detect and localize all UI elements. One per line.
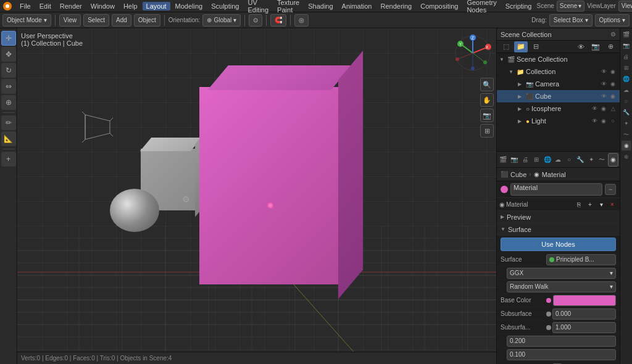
strip-icon-material[interactable]: ◉ bbox=[622, 141, 631, 151]
scene-icon-collection[interactable]: 📁 bbox=[514, 41, 528, 52]
viewport-3d[interactable]: ⚙ User Perspective (1) Collection | Cube… bbox=[17, 28, 496, 364]
transform-tool[interactable]: ⊕ bbox=[1, 95, 16, 110]
light-eye-icon[interactable]: 👁 bbox=[590, 117, 599, 125]
rotate-tool[interactable]: ↻ bbox=[1, 63, 16, 78]
outline-cube[interactable]: ▶ ⬛ Cube 👁 ◉ bbox=[497, 90, 620, 102]
workspace-sculpting[interactable]: Sculpting bbox=[207, 2, 243, 10]
use-nodes-button[interactable]: Use Nodes bbox=[501, 238, 616, 251]
tab-particles[interactable]: ✦ bbox=[586, 153, 596, 167]
cube-render-icon[interactable]: ◉ bbox=[609, 92, 617, 101]
measure-tool[interactable]: 📐 bbox=[1, 131, 16, 146]
workspace-texture-paint[interactable]: Texture Paint bbox=[273, 0, 303, 14]
workspace-geo-nodes[interactable]: Geometry Nodes bbox=[463, 0, 500, 14]
light-extra-icon[interactable]: ○ bbox=[609, 117, 617, 125]
strip-icon-8[interactable]: 🔧 bbox=[622, 107, 631, 117]
ico-render-icon[interactable]: ◉ bbox=[599, 104, 608, 113]
strip-icon-3[interactable]: 🖨 bbox=[622, 52, 631, 62]
tab-output[interactable]: 🖨 bbox=[520, 153, 531, 167]
strip-icon-11[interactable]: ⊕ bbox=[622, 152, 631, 162]
workspace-scripting[interactable]: Scripting bbox=[502, 2, 536, 10]
workspace-modeling[interactable]: Modeling bbox=[172, 2, 207, 10]
proportional-btn[interactable]: ◎ bbox=[294, 14, 309, 27]
tab-scene2[interactable]: 🌐 bbox=[542, 153, 552, 167]
tab-physics[interactable]: 〜 bbox=[597, 153, 607, 167]
scene-icon-exclude[interactable]: ⊕ bbox=[604, 41, 617, 52]
workspace-animation[interactable]: Animation bbox=[338, 2, 376, 10]
options-btn[interactable]: Options ▾ bbox=[595, 14, 630, 27]
surface-section-header[interactable]: ▼ Surface bbox=[497, 223, 620, 236]
add-menu[interactable]: Add bbox=[112, 14, 131, 27]
drag-selector[interactable]: Select Box ▾ bbox=[549, 14, 592, 27]
subsurf-val-2[interactable]: 0.200 bbox=[507, 336, 616, 347]
outline-camera[interactable]: ▶ 📷 Camera 👁 ◉ bbox=[497, 78, 620, 90]
outline-scene-collection[interactable]: ▼ 🎬 Scene Collection bbox=[497, 53, 620, 65]
ico-eye-icon[interactable]: 👁 bbox=[590, 104, 599, 113]
grid-viewport-icon[interactable]: ⊞ bbox=[480, 124, 494, 138]
menu-file[interactable]: File bbox=[16, 2, 35, 10]
material-delete-btn[interactable]: × bbox=[607, 199, 617, 209]
outline-collection[interactable]: ▼ 📁 Collection 👁 ◉ bbox=[497, 65, 620, 78]
strip-icon-7[interactable]: ○ bbox=[622, 96, 631, 106]
strip-icon-1[interactable]: 🎬 bbox=[622, 30, 631, 39]
add-tool[interactable]: + bbox=[1, 152, 16, 167]
random-walk-dropdown[interactable]: Random Walk ▾ bbox=[507, 281, 616, 292]
camera-viewport-icon[interactable]: 📷 bbox=[480, 109, 494, 122]
view-menu[interactable]: View bbox=[59, 14, 81, 27]
orientation-selector[interactable]: ⊕ Global ▾ bbox=[202, 14, 241, 27]
viewlayer-selector[interactable]: ViewLayer▾ bbox=[618, 1, 632, 12]
annotate-tool[interactable]: ✏ bbox=[1, 115, 16, 130]
workspace-shading[interactable]: Shading bbox=[304, 2, 336, 10]
material-remove-btn[interactable]: − bbox=[605, 184, 616, 195]
preview-section-header[interactable]: ▶ Preview bbox=[497, 211, 620, 223]
outliner-filter-icon[interactable]: ⚙ bbox=[610, 31, 616, 38]
tab-view-layer[interactable]: ⊞ bbox=[531, 153, 541, 167]
snap-btn[interactable]: 🧲 bbox=[270, 14, 286, 27]
collection-render-icon[interactable]: ◉ bbox=[609, 67, 617, 76]
menu-render[interactable]: Render bbox=[56, 2, 86, 10]
material-new-btn[interactable]: + bbox=[585, 199, 595, 209]
menu-edit[interactable]: Edit bbox=[36, 2, 55, 10]
strip-icon-10[interactable]: 〜 bbox=[622, 130, 631, 139]
strip-icon-4[interactable]: ⊞ bbox=[622, 63, 631, 73]
select-menu[interactable]: Select bbox=[83, 14, 109, 27]
workspace-rendering[interactable]: Rendering bbox=[376, 2, 415, 10]
material-copy-btn[interactable]: ⎘ bbox=[574, 199, 584, 209]
material-name-field[interactable]: Material bbox=[510, 183, 602, 196]
move-tool[interactable]: ✥ bbox=[1, 47, 16, 62]
cursor-tool[interactable]: ✛ bbox=[1, 31, 16, 46]
scene-icon-render[interactable]: 📷 bbox=[589, 41, 602, 52]
strip-icon-9[interactable]: ✦ bbox=[622, 118, 631, 128]
tab-world[interactable]: ☁ bbox=[553, 153, 563, 167]
subsurf-val-3[interactable]: 0.100 bbox=[507, 349, 616, 360]
tab-material[interactable]: ◉ bbox=[608, 153, 618, 167]
scene-icon-filter[interactable]: ⊟ bbox=[529, 41, 543, 52]
material-menu-btn[interactable]: ▾ bbox=[596, 199, 606, 209]
strip-icon-2[interactable]: 📷 bbox=[622, 41, 631, 51]
collection-eye-icon[interactable]: 👁 bbox=[599, 67, 608, 76]
tab-scene[interactable]: 🎬 bbox=[498, 153, 509, 167]
pink-cube-object[interactable] bbox=[199, 87, 341, 284]
tab-object[interactable]: ○ bbox=[564, 153, 575, 167]
navigation-gizmo[interactable]: X Y Z bbox=[454, 35, 491, 72]
strip-icon-6[interactable]: ☁ bbox=[622, 85, 631, 95]
menu-window[interactable]: Window bbox=[87, 2, 118, 10]
camera-render-icon[interactable]: ◉ bbox=[609, 80, 617, 88]
workspace-compositing[interactable]: Compositing bbox=[417, 2, 462, 10]
icosphere-object[interactable] bbox=[110, 189, 159, 232]
ico-extra-icon[interactable]: △ bbox=[609, 104, 617, 113]
camera-eye-icon[interactable]: 👁 bbox=[599, 80, 608, 88]
object-menu[interactable]: Object bbox=[134, 14, 160, 27]
mode-selector[interactable]: Object Mode ▾ bbox=[2, 14, 51, 27]
subsurface-value[interactable]: 0.000 bbox=[552, 308, 616, 320]
scene-icon-object[interactable]: ⬚ bbox=[499, 41, 513, 52]
strip-icon-5[interactable]: 🌐 bbox=[622, 74, 631, 84]
base-color-picker[interactable] bbox=[553, 295, 616, 306]
scene-selector[interactable]: Scene▾ bbox=[557, 1, 584, 12]
outline-icosphere[interactable]: ▶ ○ Icosphere 👁 ◉ △ bbox=[497, 102, 620, 115]
hand-viewport-icon[interactable]: ✋ bbox=[480, 93, 494, 107]
light-render-icon[interactable]: ◉ bbox=[599, 117, 608, 125]
scene-icon-eye[interactable]: 👁 bbox=[574, 41, 588, 52]
pivot-btn[interactable]: ⊙ bbox=[249, 14, 262, 27]
workspace-layout[interactable]: Layout bbox=[143, 2, 170, 10]
ggx-dropdown[interactable]: GGX ▾ bbox=[507, 268, 616, 279]
